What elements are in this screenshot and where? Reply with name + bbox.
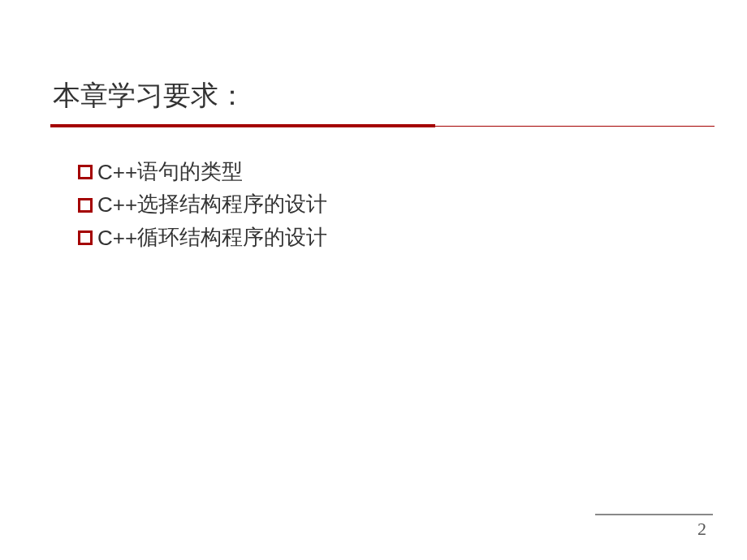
list-item: C++ 语句的类型 [78, 157, 698, 187]
square-bullet-icon [78, 230, 93, 245]
bullet-text-latin: C++ [97, 223, 137, 252]
bullet-text-cjk: 循环结构程序的设计 [137, 223, 327, 252]
bullet-text-latin: C++ [97, 190, 137, 219]
bullet-text-latin: C++ [97, 157, 137, 187]
slide-content: 本章学习要求： C++ 语句的类型 C++ 选择结构程序的设计 C++ 循环结构… [0, 0, 747, 252]
list-item: C++ 选择结构程序的设计 [78, 190, 698, 219]
underline-thick [50, 124, 435, 127]
footer-line [595, 514, 713, 515]
bullet-text-cjk: 选择结构程序的设计 [137, 190, 327, 219]
bullet-list: C++ 语句的类型 C++ 选择结构程序的设计 C++ 循环结构程序的设计 [49, 157, 698, 252]
list-item: C++ 循环结构程序的设计 [78, 223, 698, 252]
page-number: 2 [697, 519, 706, 540]
square-bullet-icon [78, 165, 93, 179]
square-bullet-icon [78, 198, 93, 213]
title-underline [50, 124, 715, 129]
slide-title: 本章学习要求： [49, 77, 698, 114]
bullet-text-cjk: 语句的类型 [137, 157, 243, 187]
